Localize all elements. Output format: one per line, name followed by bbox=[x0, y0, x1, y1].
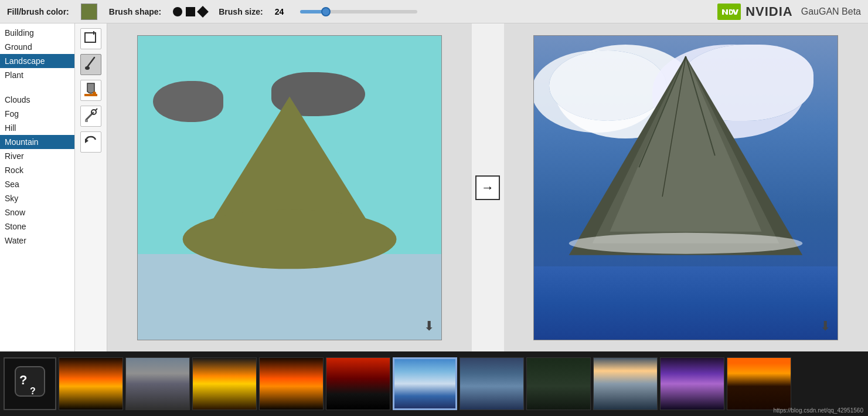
thumbnail-7[interactable] bbox=[459, 357, 524, 410]
generate-button[interactable]: → bbox=[475, 175, 500, 200]
sidebar-item-landscape[interactable]: Landscape bbox=[0, 54, 74, 68]
toolbar: Fill/brush color: Brush shape: Brush siz… bbox=[0, 0, 868, 23]
bottom-thumbnails-strip: ? ? https://blog.csdn.net/qq_42951560 bbox=[0, 351, 868, 416]
sidebar-item-snow[interactable]: Snow bbox=[0, 205, 74, 219]
svg-text:?: ? bbox=[19, 373, 27, 387]
brush-diamond-shape[interactable] bbox=[197, 6, 209, 18]
brush-size-slider[interactable] bbox=[300, 10, 417, 13]
brush-square-shape[interactable] bbox=[186, 7, 195, 16]
generated-mountain bbox=[534, 50, 838, 279]
thumbnail-3[interactable] bbox=[192, 357, 257, 410]
sidebar-divider bbox=[0, 84, 74, 90]
generated-water bbox=[534, 266, 838, 339]
undo-icon bbox=[83, 133, 99, 152]
undo-button[interactable] bbox=[80, 131, 101, 153]
sidebar-item-fog[interactable]: Fog bbox=[0, 107, 74, 121]
brush-size-label: Brush size: bbox=[219, 7, 263, 16]
sidebar-item-clouds[interactable]: Clouds bbox=[0, 93, 74, 107]
brush-circle-shape[interactable] bbox=[173, 7, 182, 16]
color-swatch[interactable] bbox=[81, 4, 97, 20]
nvidia-text: NVIDIA bbox=[746, 4, 793, 19]
thumbnail-11[interactable] bbox=[727, 357, 791, 410]
arrow-icon: → bbox=[481, 180, 494, 195]
sidebar-item-mountain[interactable]: Mountain bbox=[0, 135, 74, 149]
slider-thumb[interactable] bbox=[321, 7, 331, 16]
sidebar-item-river[interactable]: River bbox=[0, 149, 74, 163]
thumbnail-2[interactable] bbox=[125, 357, 190, 410]
thumbnail-1[interactable] bbox=[59, 357, 123, 410]
sidebar-item-water[interactable]: Water bbox=[0, 234, 74, 248]
brush-shapes bbox=[173, 7, 207, 16]
sidebar-top-section: Building Ground Landscape Plant bbox=[0, 23, 74, 84]
sidebar-item-stone[interactable]: Stone bbox=[0, 219, 74, 234]
new-canvas-button[interactable] bbox=[80, 28, 101, 49]
thumbnail-6[interactable] bbox=[393, 357, 457, 410]
new-canvas-icon bbox=[83, 29, 99, 49]
sidebar-item-rock[interactable]: Rock bbox=[0, 163, 74, 177]
fill-tool-button[interactable] bbox=[80, 80, 101, 101]
brush-size-value: 24 bbox=[275, 7, 284, 16]
svg-line-4 bbox=[87, 58, 94, 67]
thumbnail-10[interactable] bbox=[660, 357, 724, 410]
nvidia-icon bbox=[717, 4, 741, 20]
canvas-area: ⬇ bbox=[107, 23, 472, 351]
eyedropper-tool-button[interactable] bbox=[80, 106, 101, 127]
random-button[interactable]: ? ? bbox=[4, 357, 56, 410]
sidebar-item-sea[interactable]: Sea bbox=[0, 177, 74, 191]
sidebar: Building Ground Landscape Plant Clouds F… bbox=[0, 23, 75, 351]
sidebar-item-hill[interactable]: Hill bbox=[0, 121, 74, 135]
fill-brush-label: Fill/brush color: bbox=[7, 7, 69, 16]
thumbnail-8[interactable] bbox=[526, 357, 591, 410]
mountain-drawing bbox=[153, 81, 426, 279]
svg-text:?: ? bbox=[30, 386, 36, 396]
svg-point-5 bbox=[85, 66, 90, 70]
nvidia-branding: NVIDIA GauGAN Beta bbox=[717, 4, 861, 20]
brush-tool-button[interactable] bbox=[80, 54, 101, 75]
main-area: Building Ground Landscape Plant Clouds F… bbox=[0, 23, 868, 351]
gaigan-text: GauGAN Beta bbox=[801, 6, 861, 17]
generated-image: ⬇ bbox=[533, 35, 838, 340]
svg-rect-11 bbox=[85, 120, 88, 122]
drawing-canvas[interactable]: ⬇ bbox=[137, 35, 442, 340]
fill-icon bbox=[83, 81, 99, 100]
watermark: https://blog.csdn.net/qq_42951560 bbox=[774, 407, 863, 414]
brush-icon bbox=[83, 55, 99, 75]
thumbnail-4[interactable] bbox=[259, 357, 324, 410]
sidebar-item-plant[interactable]: Plant bbox=[0, 68, 74, 82]
sidebar-item-sky[interactable]: Sky bbox=[0, 191, 74, 205]
brush-shape-label: Brush shape: bbox=[109, 7, 161, 16]
svg-rect-7 bbox=[84, 94, 97, 96]
svg-line-10 bbox=[96, 109, 97, 110]
svg-point-21 bbox=[569, 233, 802, 254]
sidebar-bottom-section: Clouds Fog Hill Mountain River Rock Sea … bbox=[0, 90, 74, 250]
tools-panel bbox=[75, 23, 107, 351]
generated-download-button[interactable]: ⬇ bbox=[820, 319, 830, 334]
svg-marker-17 bbox=[610, 56, 762, 232]
canvas-download-button[interactable]: ⬇ bbox=[424, 319, 434, 334]
generated-area: ⬇ bbox=[504, 23, 869, 351]
arrow-panel: → bbox=[472, 23, 504, 351]
random-icon: ? ? bbox=[12, 364, 47, 404]
svg-point-14 bbox=[182, 209, 396, 269]
sidebar-item-ground[interactable]: Ground bbox=[0, 40, 74, 54]
thumbnail-5[interactable] bbox=[326, 357, 390, 410]
thumbnail-9[interactable] bbox=[593, 357, 658, 410]
eyedropper-icon bbox=[83, 107, 99, 126]
sidebar-item-building[interactable]: Building bbox=[0, 26, 74, 40]
